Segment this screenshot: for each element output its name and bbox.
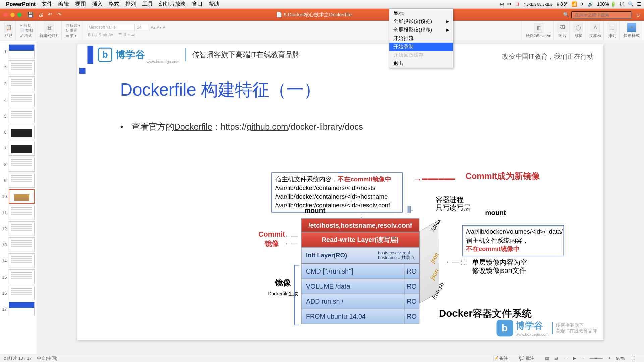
layer-init: Init Layer(RO) hosts resolv.confhostname… (301, 247, 419, 264)
menu-tools[interactable]: 工具 (142, 1, 153, 8)
thumb-12[interactable] (9, 221, 35, 236)
shrink-font-button[interactable]: A▾ (157, 25, 161, 30)
maximize-button[interactable] (17, 13, 22, 17)
ctx-display[interactable]: 显示 (389, 9, 453, 17)
thumbnail-pane[interactable]: 1 2 3 4 5 6 7 8 9 10 11 12 13 14 15 16 1… (0, 41, 37, 354)
font-select[interactable] (88, 24, 135, 31)
thumb-num: 11 (2, 210, 7, 215)
slide-editor[interactable]: b 博学谷 www.boxuegu.com 传智播客旗下高端IT在线教育品牌 改… (37, 41, 644, 354)
scissors-icon[interactable]: ✂ (507, 1, 512, 7)
align-left-button[interactable]: ≡ (128, 33, 130, 37)
obs-icon[interactable]: ◎ (500, 1, 504, 7)
ime-icon[interactable]: 拼 (620, 1, 624, 7)
section-button[interactable]: ▭ 节 ▾ (66, 33, 77, 38)
thumb-9[interactable] (9, 173, 35, 188)
ctx-proj-preview[interactable]: 全屏投影仪(预览)▶ (389, 17, 453, 26)
airplane-icon[interactable]: ✈ (580, 1, 584, 7)
close-button[interactable] (3, 13, 8, 17)
redo-icon[interactable]: ↷ (57, 12, 62, 17)
format-painter-button[interactable]: 🖌 格式 (20, 33, 32, 38)
grow-font-button[interactable]: A▴ (151, 25, 155, 30)
thumb-16[interactable] (9, 286, 35, 300)
menu-arrange[interactable]: 排列 (125, 1, 136, 8)
volume-icon[interactable]: 🔊 (588, 1, 593, 7)
shape-button[interactable]: ◯ (574, 23, 583, 32)
view-sorter-icon[interactable]: ⊞ (554, 356, 558, 361)
thumb-13[interactable] (9, 237, 35, 252)
textbox-button[interactable]: A (591, 23, 600, 32)
view-normal-icon[interactable]: ▦ (545, 356, 549, 361)
menu-insert[interactable]: 插入 (92, 1, 103, 8)
menu-file[interactable]: 文件 (42, 1, 52, 8)
menu-extras-icon[interactable]: ☰ (637, 1, 641, 7)
menu-format[interactable]: 格式 (109, 1, 119, 8)
thumb-17[interactable] (9, 302, 35, 316)
smartart-button[interactable]: ◧ (534, 23, 543, 33)
cut-button[interactable]: ✂ 剪切 (20, 23, 31, 28)
numbering-button[interactable]: ⠿ (123, 33, 126, 37)
undo-icon[interactable]: ↶ (48, 12, 52, 17)
view-slideshow-icon[interactable]: ▶ (573, 356, 576, 361)
wifi-icon[interactable]: 📶 (571, 1, 577, 7)
minimize-button[interactable] (10, 13, 15, 17)
ctx-start-stream[interactable]: 开始推流 (389, 34, 453, 43)
thumb-1[interactable] (9, 44, 35, 59)
pause-icon[interactable]: ⏸ (515, 1, 520, 7)
slide-canvas[interactable]: b 博学谷 www.boxuegu.com 传智播客旗下高端IT在线教育品牌 改… (77, 44, 603, 340)
search-input[interactable] (571, 11, 632, 19)
bold-button[interactable]: B (88, 33, 91, 37)
clear-format-button[interactable]: A̶ (163, 25, 165, 30)
font-color-button[interactable]: A▾ (108, 33, 113, 37)
app-name[interactable]: PowerPoint (6, 1, 36, 7)
comments-button[interactable]: 💬 批注 (519, 355, 540, 361)
zoom-level[interactable]: 97% (616, 356, 625, 361)
picture-button[interactable]: 🖼 (558, 23, 567, 32)
size-select[interactable] (136, 24, 149, 31)
copy-button[interactable]: 📄 复制 (20, 28, 33, 33)
print-icon[interactable]: 🖨 (38, 12, 43, 17)
menu-edit[interactable]: 编辑 (58, 1, 69, 8)
ctx-exit[interactable]: 退出 (389, 59, 453, 68)
thumb-8[interactable] (9, 157, 35, 172)
menu-view[interactable]: 视图 (75, 1, 86, 8)
language-indicator[interactable]: 中文(中国) (37, 355, 57, 361)
underline-button[interactable]: U (94, 33, 97, 37)
zoom-out-button[interactable]: − (582, 356, 584, 361)
notes-button[interactable]: 📝 备注 (493, 355, 514, 361)
ctx-start-record[interactable]: 开始录制 (389, 43, 453, 51)
paste-button[interactable]: 📋 (4, 23, 13, 32)
menu-help[interactable]: 帮助 (209, 1, 219, 8)
commit-side-label: Commit镜像 (258, 230, 285, 249)
italic-button[interactable]: I (92, 33, 93, 37)
zoom-slider[interactable]: ━━●━━ (590, 356, 603, 361)
menu-slideshow[interactable]: 幻灯片放映 (159, 1, 186, 8)
highlight-button[interactable]: ab (103, 33, 107, 37)
feedback-icon[interactable]: ☺ (636, 12, 641, 18)
thumb-10[interactable] (9, 189, 35, 204)
thumb-4[interactable] (9, 93, 35, 107)
menu-window[interactable]: 窗口 (192, 1, 203, 8)
zoom-in-button[interactable]: + (608, 356, 611, 361)
quickstyle-button[interactable]: ✦ (627, 23, 636, 32)
search-icon[interactable]: 🔍 (628, 1, 634, 7)
reset-button[interactable]: ↻ 重置 (66, 28, 77, 33)
thumb-2[interactable] (9, 60, 35, 75)
bullets-button[interactable]: ☰ (118, 33, 122, 37)
thumb-11[interactable] (9, 205, 35, 220)
arrange-button[interactable]: ⬚ (608, 23, 617, 32)
view-reading-icon[interactable]: ▭ (564, 356, 568, 361)
thumb-7[interactable] (9, 141, 35, 156)
strike-button[interactable]: S (99, 33, 101, 37)
layout-button[interactable]: ▢ 版式 ▾ (66, 23, 80, 28)
save-icon[interactable]: 💾 (27, 12, 34, 17)
thumb-6[interactable] (9, 125, 35, 139)
thumb-num: 17 (2, 307, 7, 312)
align-center-button[interactable]: ≣ (131, 33, 135, 37)
new-slide-button[interactable]: ▦ (45, 23, 54, 32)
ctx-proj-program[interactable]: 全屏投影仪(程序)▶ (389, 26, 453, 34)
thumb-14[interactable] (9, 253, 35, 268)
thumb-15[interactable] (9, 269, 35, 284)
thumb-5[interactable] (9, 109, 35, 123)
thumb-3[interactable] (9, 76, 35, 91)
fit-button[interactable]: ⛶ (630, 356, 635, 361)
